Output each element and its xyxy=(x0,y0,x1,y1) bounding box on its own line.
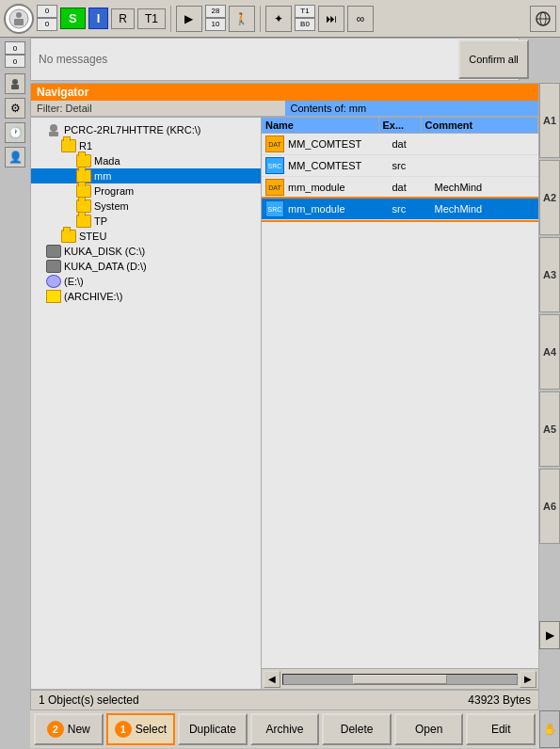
left-btn-2[interactable]: ⚙ xyxy=(5,98,25,119)
t1-button[interactable]: T1 xyxy=(137,8,166,29)
svg-point-8 xyxy=(50,124,57,132)
svg-rect-7 xyxy=(11,85,19,89)
tree-label-e-drive: (E:\) xyxy=(64,276,84,287)
message-text: No messages xyxy=(39,53,107,66)
left-btn-3[interactable]: 🕐 xyxy=(5,122,25,143)
tree-item-e-drive[interactable]: (E:\) xyxy=(31,274,261,289)
dat-file-icon-2: DAT xyxy=(265,179,284,196)
right-axis-labels: A1 A2 A3 A4 A5 A6 xyxy=(539,83,560,546)
a4-label: A4 xyxy=(539,314,560,390)
r-button[interactable]: R xyxy=(111,8,135,29)
file-name-mmmodule-dat: mm_module xyxy=(288,182,392,193)
select-label: Select xyxy=(136,723,167,736)
archive-button[interactable]: Archive xyxy=(250,713,320,745)
left-btn-4[interactable]: 👤 xyxy=(5,147,25,167)
tree-item-kuka-data[interactable]: KUKA_DATA (D:\) xyxy=(31,259,261,274)
duplicate-button[interactable]: Duplicate xyxy=(178,713,248,745)
tree-label-steu: STEU xyxy=(79,231,106,242)
left-btn-1[interactable] xyxy=(5,73,25,94)
right-arrow-button[interactable]: ▶ xyxy=(539,621,560,649)
tree-item-program[interactable]: Program xyxy=(31,183,261,199)
selection-status: 1 Object(s) selected xyxy=(39,693,460,707)
file-comment-mmmodule-dat: MechMind xyxy=(435,182,539,193)
tree-item-r1[interactable]: R1 xyxy=(31,138,261,153)
new-button[interactable]: 2 New xyxy=(34,713,104,745)
file-row-mmmodule-src[interactable]: SRC mm_module src MechMind xyxy=(262,199,538,220)
message-bar: No messages xyxy=(30,38,520,81)
tree-label-kuka-disk: KUKA_DISK (C:\) xyxy=(64,246,145,257)
tree-panel: PCRC-2RL7HHTTRE (KRC:\) R1 Mada mm Progr… xyxy=(31,118,262,689)
file-row-mmmodule-dat[interactable]: DAT mm_module dat MechMind xyxy=(262,177,538,199)
folder-mada-icon xyxy=(76,154,91,167)
tool-icon: ✦ xyxy=(274,12,283,25)
src-file-icon-1: SRC xyxy=(265,157,284,174)
tree-label-mada: Mada xyxy=(94,155,120,167)
tree-label-system: System xyxy=(94,200,129,212)
file-row-mmcomtest-dat[interactable]: DAT MM_COMTEST dat xyxy=(262,134,538,155)
col-ext-header: Ex... xyxy=(379,118,422,133)
contents-label: Contents of: mm xyxy=(285,101,539,117)
inf-button[interactable]: ∞ xyxy=(347,6,374,32)
file-list: DAT MM_COMTEST dat SRC MM_COMTEST src xyxy=(262,134,538,668)
top-counter: 0 0 xyxy=(37,5,57,31)
counter-bottom: 0 xyxy=(37,18,57,31)
walk-button[interactable]: 🚶 xyxy=(229,6,255,32)
file-name-mmmodule-src: mm_module xyxy=(288,203,392,215)
scroll-thumb[interactable] xyxy=(353,675,446,684)
new-label: New xyxy=(68,723,90,736)
svg-point-6 xyxy=(12,79,18,85)
tree-item-steu[interactable]: STEU xyxy=(31,229,261,244)
src-file-icon-2: SRC xyxy=(265,200,284,217)
a3-label: A3 xyxy=(539,237,560,312)
hand-icon: ✋ xyxy=(543,723,557,736)
cdrom-icon xyxy=(46,275,61,288)
tree-label-r1: R1 xyxy=(79,140,92,151)
folder-program-icon xyxy=(76,184,91,198)
skip-button[interactable]: ⏭ xyxy=(318,6,344,32)
tool-button[interactable]: ✦ xyxy=(265,6,292,32)
robot-icon xyxy=(46,122,61,137)
tree-item-system[interactable]: System xyxy=(31,199,261,214)
horizontal-scrollbar[interactable]: ◀ ▶ xyxy=(262,668,538,689)
scroll-right-button[interactable]: ▶ xyxy=(520,671,536,688)
tree-item-kuka-disk[interactable]: KUKA_DISK (C:\) xyxy=(31,244,261,259)
tree-item-mada[interactable]: Mada xyxy=(31,153,261,168)
play-button[interactable]: ▶ xyxy=(176,6,202,32)
tree-item-mm[interactable]: mm xyxy=(31,168,261,183)
a6-label: A6 xyxy=(539,469,560,544)
nav-body: PCRC-2RL7HHTTRE (KRC:\) R1 Mada mm Progr… xyxy=(31,118,538,689)
file-row-mmcomtest-src[interactable]: SRC MM_COMTEST src xyxy=(262,155,538,177)
toolbar-separator-2 xyxy=(260,6,261,32)
globe-button[interactable] xyxy=(530,6,556,32)
left-ind-2: 0 xyxy=(5,55,25,68)
scroll-left-button[interactable]: ◀ xyxy=(264,671,280,688)
file-ext-mmmodule-dat: dat xyxy=(392,182,435,193)
select-button[interactable]: 1 Select xyxy=(106,713,176,745)
a5-label: A5 xyxy=(539,391,560,467)
file-ext-mmmodule-src: src xyxy=(392,203,435,215)
scroll-track[interactable] xyxy=(282,674,518,685)
folder-steu-icon xyxy=(61,230,76,243)
file-comment-mmmodule-src: MechMind xyxy=(435,203,539,215)
file-name-mmcomtest-dat: MM_COMTEST xyxy=(288,138,392,150)
file-ext-mmcomtest-src: src xyxy=(392,160,435,171)
tree-label-mm: mm xyxy=(94,170,111,182)
tree-item-archive[interactable]: (ARCHIVE:\) xyxy=(31,289,261,304)
robot-small-icon xyxy=(8,77,22,90)
file-name-mmcomtest-src: MM_COMTEST xyxy=(288,160,392,171)
svg-point-1 xyxy=(16,12,22,18)
open-button[interactable]: Open xyxy=(394,713,464,745)
file-list-header: Name Ex... Comment xyxy=(262,118,538,134)
folder-r1-icon xyxy=(61,139,76,152)
walk-icon: 🚶 xyxy=(234,12,248,25)
i-button[interactable]: I xyxy=(88,8,109,29)
navigator-header: Navigator xyxy=(31,84,538,101)
delete-button[interactable]: Delete xyxy=(322,713,392,745)
left-ind-1: 0 xyxy=(5,41,25,55)
confirm-all-button[interactable]: Confirm all xyxy=(458,40,529,79)
file-panel: Name Ex... Comment DAT MM_COMTEST dat xyxy=(262,118,538,689)
toolbar-right-icons xyxy=(530,6,556,32)
right-bottom-icon: ✋ xyxy=(539,710,560,748)
edit-button[interactable]: Edit xyxy=(466,713,536,745)
s-button[interactable]: S xyxy=(60,8,86,29)
